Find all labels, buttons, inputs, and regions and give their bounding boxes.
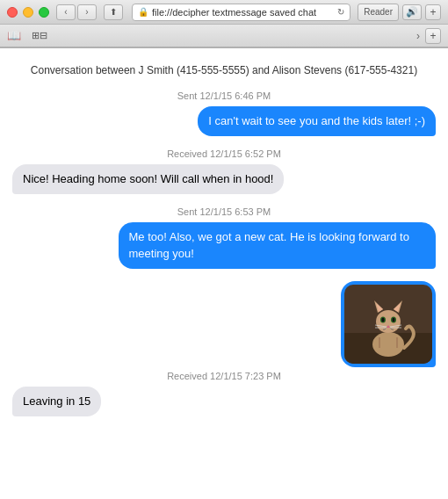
timestamp-1: Sent 12/1/15 6:46 PM bbox=[12, 90, 436, 101]
forward-icon: › bbox=[85, 7, 88, 17]
image-bubble-row bbox=[12, 281, 436, 367]
chat-content: Conversation between J Smith (415-555-55… bbox=[0, 48, 448, 438]
toolbar-row: 📖 ⊞⊟ › + bbox=[0, 25, 448, 47]
conversation-header: Conversation between J Smith (415-555-55… bbox=[12, 64, 436, 76]
sent-bubble-3: Me too! Also, we got a new cat. He is lo… bbox=[119, 222, 437, 268]
chevron-right-icon[interactable]: › bbox=[416, 30, 420, 42]
cat-image bbox=[344, 285, 432, 364]
message-group-2: Received 12/1/15 6:52 PM Nice! Heading h… bbox=[12, 148, 436, 194]
share-button[interactable]: ⬆ bbox=[104, 4, 123, 20]
close-button[interactable] bbox=[7, 7, 18, 18]
address-text: file://decipher textmessage saved chat bbox=[152, 7, 334, 18]
traffic-lights bbox=[7, 7, 49, 18]
timestamp-2: Received 12/1/15 6:52 PM bbox=[12, 148, 436, 159]
address-bar[interactable]: 🔒 file://decipher textmessage saved chat… bbox=[132, 4, 350, 21]
ssl-icon: 🔒 bbox=[138, 7, 148, 17]
bookmarks-icon[interactable]: 📖 bbox=[7, 29, 21, 42]
message-group-4: Received 12/1/15 7:23 PM Leaving in 15 bbox=[12, 281, 436, 416]
timestamp-4: Received 12/1/15 7:23 PM bbox=[12, 371, 436, 381]
svg-point-2 bbox=[372, 332, 404, 357]
back-icon: ‹ bbox=[64, 7, 67, 17]
sent-bubble-row-3: Me too! Also, we got a new cat. He is lo… bbox=[12, 222, 436, 268]
nav-buttons: ‹ › bbox=[56, 4, 97, 20]
sent-bubble-1: I can't wait to see you and the kids lat… bbox=[198, 106, 436, 136]
minimize-button[interactable] bbox=[23, 7, 33, 18]
toolbar-new-tab-button[interactable]: + bbox=[425, 28, 441, 44]
new-tab-button[interactable]: + bbox=[425, 4, 441, 20]
refresh-icon[interactable]: ↻ bbox=[337, 7, 344, 17]
back-button[interactable]: ‹ bbox=[56, 4, 76, 20]
message-group-3: Sent 12/1/15 6:53 PM Me too! Also, we go… bbox=[12, 206, 436, 268]
svg-point-3 bbox=[376, 310, 401, 333]
received-bubble-2: Nice! Heading home soon! Will call when … bbox=[12, 164, 284, 194]
title-bar: ‹ › ⬆ 🔒 file://decipher textmessage save… bbox=[0, 0, 448, 25]
svg-point-10 bbox=[382, 317, 385, 322]
forward-button[interactable]: › bbox=[77, 4, 97, 20]
timestamp-3: Sent 12/1/15 6:53 PM bbox=[12, 206, 436, 217]
received-bubble-row-4: Leaving in 15 bbox=[12, 387, 436, 416]
sent-bubble-row-1: I can't wait to see you and the kids lat… bbox=[12, 106, 436, 136]
toolbar-plus-icon: + bbox=[430, 30, 436, 42]
reader-button[interactable]: Reader bbox=[358, 4, 399, 21]
plus-icon: + bbox=[430, 6, 436, 18]
grid-icon[interactable]: ⊞⊟ bbox=[32, 30, 47, 41]
window-chrome: ‹ › ⬆ 🔒 file://decipher textmessage save… bbox=[0, 0, 448, 48]
received-bubble-row-2: Nice! Heading home soon! Will call when … bbox=[12, 164, 436, 194]
message-group-1: Sent 12/1/15 6:46 PM I can't wait to see… bbox=[12, 90, 436, 136]
maximize-button[interactable] bbox=[39, 7, 49, 18]
image-bubble-container bbox=[341, 281, 436, 367]
received-bubble-4: Leaving in 15 bbox=[12, 387, 101, 416]
share-icon: ⬆ bbox=[110, 7, 117, 17]
audio-button[interactable]: 🔊 bbox=[402, 4, 422, 20]
audio-icon: 🔊 bbox=[406, 6, 418, 18]
svg-point-11 bbox=[393, 317, 395, 322]
